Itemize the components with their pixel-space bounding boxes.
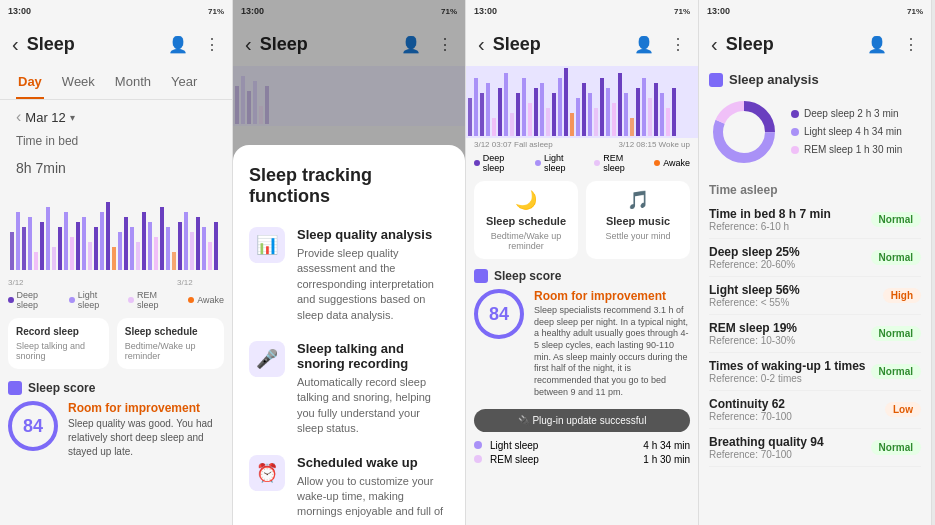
- svg-rect-12: [82, 217, 86, 270]
- analysis-icon-4: [709, 73, 723, 87]
- analysis-section-4: Sleep analysis: [699, 66, 931, 89]
- tab-year-1[interactable]: Year: [169, 66, 199, 99]
- svg-rect-75: [672, 88, 676, 136]
- svg-rect-64: [606, 88, 610, 136]
- tab-week-1[interactable]: Week: [60, 66, 97, 99]
- modal-item-snoring: 🎤 Sleep talking and snoring recording Au…: [249, 341, 449, 437]
- date-dropdown-1[interactable]: ▾: [70, 112, 75, 123]
- nav-bar-3: ‹ Sleep 👤 ⋮: [466, 22, 698, 66]
- svg-rect-63: [600, 78, 604, 136]
- modal-title-2: Sleep tracking functions: [249, 165, 449, 207]
- score-icon-1: [8, 381, 22, 395]
- svg-rect-48: [510, 113, 514, 136]
- legend-awake-3: Awake: [654, 153, 690, 173]
- legend-light-1: Light sleep: [69, 290, 118, 310]
- score-label-1: Room for improvement: [68, 401, 224, 415]
- metric-row-6: Breathing quality 94 Reference: 70-100 N…: [709, 429, 921, 467]
- panel-3: 13:00 71% ‹ Sleep 👤 ⋮: [466, 0, 699, 525]
- svg-rect-6: [46, 207, 50, 270]
- svg-rect-4: [34, 252, 38, 270]
- score-title-1: Sleep score: [28, 381, 95, 395]
- svg-rect-54: [546, 108, 550, 136]
- card-schedule-3[interactable]: 🌙 Sleep schedule Bedtime/Wake up reminde…: [474, 181, 578, 259]
- modal-item-snoring-text: Sleep talking and snoring recording Auto…: [297, 341, 449, 437]
- svg-rect-34: [214, 222, 218, 270]
- donut-row-4: Deep sleep 2 h 3 min Light sleep 4 h 34 …: [709, 97, 921, 167]
- profile-icon-1[interactable]: 👤: [168, 35, 188, 54]
- status-icons-4: 71%: [907, 7, 923, 16]
- legend-light-3: Light sleep: [535, 153, 586, 173]
- svg-rect-45: [492, 118, 496, 136]
- svg-rect-53: [540, 83, 544, 136]
- schedule-icon-3: 🌙: [515, 189, 537, 211]
- back-button-4[interactable]: ‹: [711, 33, 718, 56]
- wakeup-title: Scheduled wake up: [297, 455, 449, 470]
- svg-rect-44: [486, 83, 490, 136]
- svg-rect-71: [648, 98, 652, 136]
- battery-3: 71%: [674, 7, 690, 16]
- modal-item-wakeup-text: Scheduled wake up Allow you to customize…: [297, 455, 449, 525]
- battery-4: 71%: [907, 7, 923, 16]
- svg-rect-31: [196, 217, 200, 270]
- svg-rect-25: [160, 207, 164, 270]
- tab-month-1[interactable]: Month: [113, 66, 153, 99]
- svg-rect-61: [588, 93, 592, 136]
- profile-icon-3[interactable]: 👤: [634, 35, 654, 54]
- card-record-1[interactable]: Record sleep Sleep talking and snoring: [8, 318, 109, 369]
- back-button-1[interactable]: ‹: [12, 33, 19, 56]
- metric-row-0: Time in bed 8 h 7 min Reference: 6-10 h …: [709, 201, 921, 239]
- svg-rect-57: [564, 68, 568, 136]
- svg-rect-26: [166, 227, 170, 270]
- svg-rect-18: [118, 232, 122, 270]
- tab-day-1[interactable]: Day: [16, 66, 44, 99]
- svg-rect-22: [142, 212, 146, 270]
- nav-title-4: Sleep: [726, 34, 851, 55]
- status-icons-3: 71%: [674, 7, 690, 16]
- nav-bar-4: ‹ Sleep 👤 ⋮: [699, 22, 931, 66]
- status-icons-1: 71%: [208, 7, 224, 16]
- prev-date-1[interactable]: ‹: [16, 108, 21, 126]
- svg-rect-49: [516, 93, 520, 136]
- score-text-1: Room for improvement Sleep quality was g…: [68, 401, 224, 459]
- svg-rect-20: [130, 227, 134, 270]
- card-music-3[interactable]: 🎵 Sleep music Settle your mind: [586, 181, 690, 259]
- svg-rect-17: [112, 247, 116, 270]
- badge-2: High: [883, 288, 921, 303]
- time-4: 13:00: [707, 6, 730, 16]
- svg-rect-74: [666, 108, 670, 136]
- legend-row-1: Deep sleep Light sleep REM sleep Awake: [0, 288, 232, 312]
- legend-rem-3: REM sleep: [594, 153, 646, 173]
- toast-icon-3: 🔌: [518, 415, 533, 426]
- card-schedule-1[interactable]: Sleep schedule Bedtime/Wake up reminder: [117, 318, 224, 369]
- more-icon-3[interactable]: ⋮: [670, 35, 686, 54]
- metrics-4: Time in bed 8 h 7 min Reference: 6-10 h …: [699, 201, 931, 467]
- music-icon-3: 🎵: [627, 189, 649, 211]
- svg-rect-67: [624, 93, 628, 136]
- modal-item-wakeup: ⏰ Scheduled wake up Allow you to customi…: [249, 455, 449, 525]
- date-row-1: ‹ Mar 12 ▾: [0, 100, 232, 134]
- svg-rect-42: [474, 78, 478, 136]
- score-label-3: Room for improvement: [534, 289, 690, 303]
- modal-item-analysis-text: Sleep quality analysis Provide sleep qua…: [297, 227, 449, 323]
- snoring-desc: Automatically record sleep talking and s…: [297, 375, 449, 437]
- time-3: 13:00: [474, 6, 497, 16]
- nav-title-1: Sleep: [27, 34, 152, 55]
- more-icon-4[interactable]: ⋮: [903, 35, 919, 54]
- svg-rect-51: [528, 103, 532, 136]
- back-button-3[interactable]: ‹: [478, 33, 485, 56]
- svg-rect-46: [498, 88, 502, 136]
- badge-3: Normal: [871, 326, 921, 341]
- svg-rect-68: [630, 118, 634, 136]
- score-circle-3: 84: [474, 289, 524, 339]
- svg-rect-9: [64, 212, 68, 270]
- score-icon-3: [474, 269, 488, 283]
- status-bar-3: 13:00 71%: [466, 0, 698, 22]
- svg-rect-0: [10, 232, 14, 270]
- score-row-3: 84 Room for improvement Sleep specialist…: [474, 289, 690, 399]
- chart-svg-1: [8, 192, 225, 272]
- badge-1: Normal: [871, 250, 921, 265]
- score-text-3: Room for improvement Sleep specialists r…: [534, 289, 690, 399]
- profile-icon-4[interactable]: 👤: [867, 35, 887, 54]
- badge-0: Normal: [871, 212, 921, 227]
- more-icon-1[interactable]: ⋮: [204, 35, 220, 54]
